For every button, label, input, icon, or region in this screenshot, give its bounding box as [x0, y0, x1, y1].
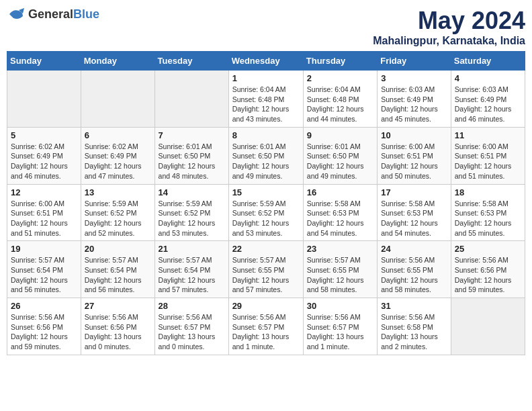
day-info: Sunrise: 6:02 AM Sunset: 6:49 PM Dayligh… [11, 142, 77, 181]
day-number: 9 [307, 130, 373, 140]
calendar-cell: 3Sunrise: 6:03 AM Sunset: 6:49 PM Daylig… [378, 71, 451, 128]
day-number: 19 [11, 244, 77, 254]
day-number: 29 [232, 301, 300, 311]
calendar-cell: 20Sunrise: 5:57 AM Sunset: 6:54 PM Dayli… [81, 241, 154, 298]
day-info: Sunrise: 5:57 AM Sunset: 6:54 PM Dayligh… [85, 255, 151, 295]
day-info: Sunrise: 5:57 AM Sunset: 6:54 PM Dayligh… [159, 255, 225, 295]
day-number: 4 [455, 73, 521, 83]
day-number: 30 [307, 301, 373, 311]
day-info: Sunrise: 6:04 AM Sunset: 6:48 PM Dayligh… [232, 85, 300, 124]
calendar-cell: 26Sunrise: 5:56 AM Sunset: 6:56 PM Dayli… [7, 298, 81, 355]
logo-blue-text: Blue [73, 7, 99, 21]
calendar-cell: 22Sunrise: 5:57 AM Sunset: 6:55 PM Dayli… [228, 241, 303, 298]
day-number: 6 [85, 130, 151, 140]
day-number: 27 [85, 301, 151, 311]
logo-icon [7, 7, 26, 21]
weekday-header-thursday: Thursday [303, 52, 377, 71]
calendar-table: SundayMondayTuesdayWednesdayThursdayFrid… [7, 51, 525, 355]
calendar-cell: 5Sunrise: 6:02 AM Sunset: 6:49 PM Daylig… [7, 127, 81, 184]
day-number: 22 [232, 244, 300, 254]
weekday-header-wednesday: Wednesday [228, 52, 303, 71]
calendar-cell: 14Sunrise: 5:59 AM Sunset: 6:52 PM Dayli… [154, 184, 228, 241]
day-info: Sunrise: 5:59 AM Sunset: 6:52 PM Dayligh… [85, 199, 151, 238]
day-info: Sunrise: 6:03 AM Sunset: 6:49 PM Dayligh… [381, 85, 447, 124]
week-row-4: 19Sunrise: 5:57 AM Sunset: 6:54 PM Dayli… [7, 241, 525, 298]
day-info: Sunrise: 5:57 AM Sunset: 6:55 PM Dayligh… [232, 255, 300, 295]
logo-general-text: General [28, 7, 73, 21]
day-info: Sunrise: 5:56 AM Sunset: 6:57 PM Dayligh… [159, 312, 225, 352]
day-info: Sunrise: 5:57 AM Sunset: 6:54 PM Dayligh… [11, 255, 77, 295]
day-number: 1 [232, 73, 300, 83]
day-number: 17 [381, 187, 447, 197]
weekday-header-row: SundayMondayTuesdayWednesdayThursdayFrid… [7, 52, 525, 71]
day-number: 3 [381, 73, 447, 83]
day-info: Sunrise: 5:56 AM Sunset: 6:58 PM Dayligh… [381, 312, 447, 352]
day-info: Sunrise: 6:00 AM Sunset: 6:51 PM Dayligh… [381, 142, 447, 181]
calendar-cell [81, 71, 154, 128]
day-info: Sunrise: 6:03 AM Sunset: 6:49 PM Dayligh… [455, 85, 521, 124]
day-info: Sunrise: 5:59 AM Sunset: 6:52 PM Dayligh… [159, 199, 225, 238]
day-number: 18 [455, 187, 521, 197]
day-number: 5 [11, 130, 77, 140]
calendar-cell: 12Sunrise: 6:00 AM Sunset: 6:51 PM Dayli… [7, 184, 81, 241]
day-info: Sunrise: 6:00 AM Sunset: 6:51 PM Dayligh… [11, 199, 77, 238]
day-info: Sunrise: 6:00 AM Sunset: 6:51 PM Dayligh… [455, 142, 521, 181]
calendar-cell [7, 71, 81, 128]
calendar-cell: 10Sunrise: 6:00 AM Sunset: 6:51 PM Dayli… [378, 127, 451, 184]
day-number: 2 [307, 73, 373, 83]
day-info: Sunrise: 5:59 AM Sunset: 6:52 PM Dayligh… [232, 199, 300, 238]
subtitle: Mahalingpur, Karnataka, India [373, 35, 525, 47]
title-area: May 2024 Mahalingpur, Karnataka, India [373, 7, 525, 47]
calendar-cell: 9Sunrise: 6:01 AM Sunset: 6:50 PM Daylig… [303, 127, 377, 184]
day-info: Sunrise: 5:58 AM Sunset: 6:53 PM Dayligh… [307, 199, 373, 238]
day-info: Sunrise: 5:58 AM Sunset: 6:53 PM Dayligh… [455, 199, 521, 238]
calendar-cell: 31Sunrise: 5:56 AM Sunset: 6:58 PM Dayli… [378, 298, 451, 355]
day-number: 11 [455, 130, 521, 140]
day-info: Sunrise: 5:56 AM Sunset: 6:57 PM Dayligh… [307, 312, 373, 352]
week-row-1: 1Sunrise: 6:04 AM Sunset: 6:48 PM Daylig… [7, 71, 525, 128]
weekday-header-saturday: Saturday [451, 52, 525, 71]
day-info: Sunrise: 6:01 AM Sunset: 6:50 PM Dayligh… [159, 142, 225, 181]
day-info: Sunrise: 6:04 AM Sunset: 6:48 PM Dayligh… [307, 85, 373, 124]
weekday-header-monday: Monday [81, 52, 154, 71]
day-info: Sunrise: 5:56 AM Sunset: 6:55 PM Dayligh… [381, 255, 447, 295]
day-info: Sunrise: 5:56 AM Sunset: 6:56 PM Dayligh… [85, 312, 151, 352]
day-number: 14 [159, 187, 225, 197]
calendar-cell: 30Sunrise: 5:56 AM Sunset: 6:57 PM Dayli… [303, 298, 377, 355]
calendar-cell: 21Sunrise: 5:57 AM Sunset: 6:54 PM Dayli… [154, 241, 228, 298]
calendar-cell: 27Sunrise: 5:56 AM Sunset: 6:56 PM Dayli… [81, 298, 154, 355]
calendar-cell: 28Sunrise: 5:56 AM Sunset: 6:57 PM Dayli… [154, 298, 228, 355]
day-info: Sunrise: 5:56 AM Sunset: 6:56 PM Dayligh… [11, 312, 77, 352]
calendar-cell [451, 298, 525, 355]
day-info: Sunrise: 5:57 AM Sunset: 6:55 PM Dayligh… [307, 255, 373, 295]
day-number: 21 [159, 244, 225, 254]
logo: General Blue [7, 7, 99, 21]
week-row-2: 5Sunrise: 6:02 AM Sunset: 6:49 PM Daylig… [7, 127, 525, 184]
day-number: 26 [11, 301, 77, 311]
day-number: 15 [232, 187, 300, 197]
day-number: 13 [85, 187, 151, 197]
header: General Blue May 2024 Mahalingpur, Karna… [7, 7, 525, 47]
day-number: 8 [232, 130, 300, 140]
calendar-cell: 16Sunrise: 5:58 AM Sunset: 6:53 PM Dayli… [303, 184, 377, 241]
calendar-cell: 25Sunrise: 5:56 AM Sunset: 6:56 PM Dayli… [451, 241, 525, 298]
day-number: 10 [381, 130, 447, 140]
day-info: Sunrise: 6:02 AM Sunset: 6:49 PM Dayligh… [85, 142, 151, 181]
calendar-cell: 24Sunrise: 5:56 AM Sunset: 6:55 PM Dayli… [378, 241, 451, 298]
day-number: 31 [381, 301, 447, 311]
day-number: 23 [307, 244, 373, 254]
day-number: 12 [11, 187, 77, 197]
day-info: Sunrise: 5:56 AM Sunset: 6:56 PM Dayligh… [455, 255, 521, 295]
calendar-cell: 11Sunrise: 6:00 AM Sunset: 6:51 PM Dayli… [451, 127, 525, 184]
calendar-cell: 6Sunrise: 6:02 AM Sunset: 6:49 PM Daylig… [81, 127, 154, 184]
calendar-cell [154, 71, 228, 128]
calendar-cell: 2Sunrise: 6:04 AM Sunset: 6:48 PM Daylig… [303, 71, 377, 128]
day-number: 16 [307, 187, 373, 197]
day-number: 25 [455, 244, 521, 254]
calendar-cell: 8Sunrise: 6:01 AM Sunset: 6:50 PM Daylig… [228, 127, 303, 184]
calendar-cell: 18Sunrise: 5:58 AM Sunset: 6:53 PM Dayli… [451, 184, 525, 241]
day-number: 7 [159, 130, 225, 140]
day-info: Sunrise: 6:01 AM Sunset: 6:50 PM Dayligh… [232, 142, 300, 181]
day-info: Sunrise: 5:58 AM Sunset: 6:53 PM Dayligh… [381, 199, 447, 238]
week-row-5: 26Sunrise: 5:56 AM Sunset: 6:56 PM Dayli… [7, 298, 525, 355]
